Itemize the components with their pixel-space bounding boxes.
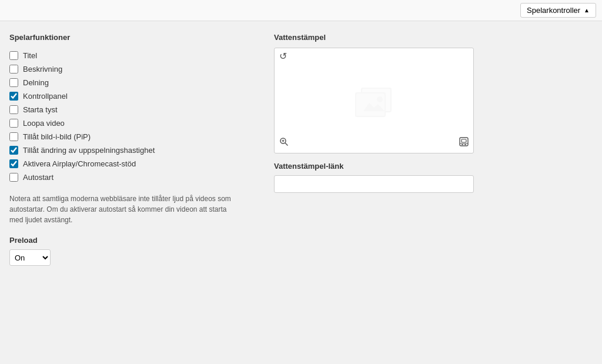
- checkbox-hastighet[interactable]: [9, 146, 18, 155]
- upload-watermark-button[interactable]: [459, 137, 469, 148]
- preload-section: Preload OnOffAuto: [9, 236, 256, 266]
- checkbox-label-beskrivning[interactable]: Beskrivning: [23, 65, 62, 74]
- checkbox-kontrollpanel[interactable]: [9, 92, 18, 101]
- watermark-title: Vattenstämpel: [274, 33, 593, 42]
- checkbox-label-airplay[interactable]: Aktivera Airplay/Chromecast-stöd: [23, 159, 136, 168]
- left-column: Spelarfunktioner TitelBeskrivningDelning…: [9, 33, 256, 266]
- zoom-watermark-button[interactable]: [279, 137, 289, 148]
- list-item: Beskrivning: [9, 62, 256, 76]
- watermark-link-input[interactable]: [274, 175, 474, 193]
- list-item: Aktivera Airplay/Chromecast-stöd: [9, 157, 256, 171]
- checkbox-pip[interactable]: [9, 132, 18, 141]
- checkbox-airplay[interactable]: [9, 159, 18, 168]
- checkbox-autostart[interactable]: [9, 173, 18, 182]
- watermark-placeholder: [350, 82, 397, 120]
- svg-rect-12: [461, 144, 463, 145]
- main-content: Spelarfunktioner TitelBeskrivningDelning…: [0, 21, 602, 278]
- list-item: Tillåt ändring av uppspelningshastighet: [9, 143, 256, 157]
- checkbox-delning[interactable]: [9, 78, 18, 87]
- watermark-link-title: Vattenstämpel-länk: [274, 162, 593, 171]
- checkbox-list: TitelBeskrivningDelningKontrollpanelStar…: [9, 49, 256, 184]
- info-text: Notera att samtliga moderna webbläsare i…: [9, 193, 233, 225]
- watermark-preview: ↺: [274, 48, 474, 153]
- right-column: Vattenstämpel ↺: [274, 33, 593, 266]
- controller-button[interactable]: Spelarkontroller ▲: [520, 3, 596, 18]
- list-item: Loopa video: [9, 116, 256, 130]
- list-item: Tillåt bild-i-bild (PiP): [9, 130, 256, 143]
- section-title: Spelarfunktioner: [9, 33, 256, 42]
- checkbox-label-loopa_video[interactable]: Loopa video: [23, 119, 65, 128]
- preload-select[interactable]: OnOffAuto: [9, 249, 51, 266]
- checkbox-label-delning[interactable]: Delning: [23, 78, 49, 87]
- checkbox-label-pip[interactable]: Tillåt bild-i-bild (PiP): [23, 132, 91, 141]
- top-bar: Spelarkontroller ▲: [0, 0, 602, 21]
- svg-rect-13: [464, 144, 466, 145]
- list-item: Titel: [9, 49, 256, 62]
- checkbox-label-starta_tyst[interactable]: Starta tyst: [23, 105, 58, 114]
- svg-line-6: [285, 143, 288, 146]
- checkbox-starta_tyst[interactable]: [9, 105, 18, 114]
- checkbox-label-titel[interactable]: Titel: [23, 51, 37, 60]
- svg-rect-9: [460, 138, 468, 146]
- checkbox-label-autostart[interactable]: Autostart: [23, 173, 53, 182]
- watermark-bottom-icons: [279, 137, 469, 148]
- checkbox-titel[interactable]: [9, 51, 18, 60]
- chevron-up-icon: ▲: [584, 7, 590, 14]
- preload-title: Preload: [9, 236, 256, 245]
- list-item: Kontrollpanel: [9, 89, 256, 103]
- svg-point-4: [377, 96, 383, 102]
- reset-watermark-button[interactable]: ↺: [279, 52, 287, 61]
- checkbox-label-kontrollpanel[interactable]: Kontrollpanel: [23, 92, 68, 101]
- list-item: Starta tyst: [9, 103, 256, 116]
- checkbox-beskrivning[interactable]: [9, 65, 18, 74]
- controller-button-label: Spelarkontroller: [527, 6, 580, 15]
- svg-rect-10: [461, 139, 466, 142]
- checkbox-label-hastighet[interactable]: Tillåt ändring av uppspelningshastighet: [23, 146, 155, 155]
- checkbox-loopa_video[interactable]: [9, 119, 18, 128]
- list-item: Delning: [9, 76, 256, 89]
- list-item: Autostart: [9, 171, 256, 184]
